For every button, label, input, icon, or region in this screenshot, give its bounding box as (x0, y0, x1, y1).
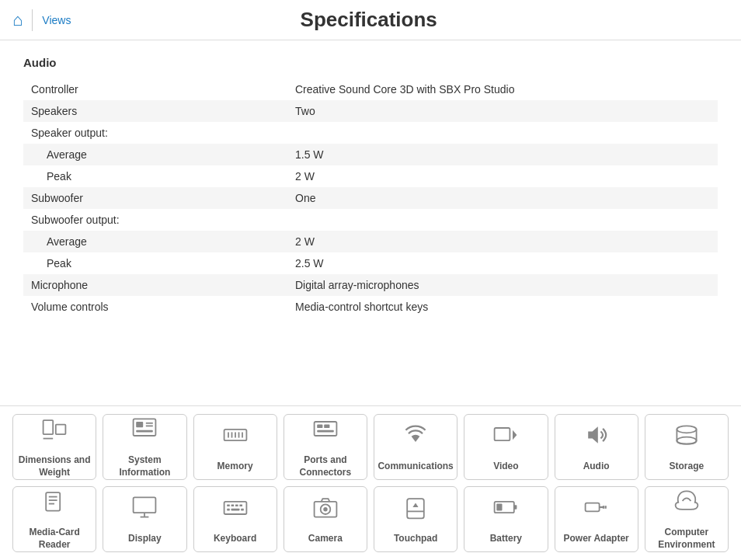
views-link[interactable]: Views (42, 14, 71, 26)
svg-point-40 (323, 507, 327, 511)
nav-label-dimensions: Dimensions and Weight (16, 454, 92, 478)
spec-value: Creative Sound Core 3D with SBX Pro Stud… (287, 78, 718, 100)
nav-item-video[interactable]: Video (464, 414, 548, 480)
media-card-icon (40, 487, 68, 522)
spec-label: Subwoofer (23, 187, 287, 209)
nav-item-memory[interactable]: Memory (193, 414, 277, 480)
svg-rect-4 (137, 422, 144, 427)
svg-rect-36 (231, 509, 239, 511)
spec-label: Average (23, 231, 287, 252)
nav-label-display: Display (128, 533, 162, 545)
table-row: Peak2 W (23, 165, 718, 187)
nav-label-media-card: Media-Card Reader (16, 527, 92, 551)
nav-item-computer-env[interactable]: Computer Environment (645, 486, 729, 552)
svg-rect-14 (314, 422, 336, 436)
svg-rect-35 (227, 509, 230, 511)
svg-rect-46 (585, 503, 599, 512)
spec-label: Speakers (23, 100, 287, 122)
table-row: SpeakersTwo (23, 100, 718, 122)
display-icon (130, 493, 158, 528)
spec-label: Controller (23, 78, 287, 100)
nav-item-communications[interactable]: Communications (374, 414, 457, 480)
nav-item-audio[interactable]: Audio (555, 414, 638, 480)
svg-rect-1 (56, 425, 66, 435)
nav-item-media-card[interactable]: Media-Card Reader (12, 486, 96, 552)
nav-item-system-info[interactable]: System Information (103, 414, 186, 480)
nav-item-battery[interactable]: Battery (464, 486, 548, 552)
nav-label-battery: Battery (490, 533, 522, 545)
table-row: ControllerCreative Sound Core 3D with SB… (23, 78, 718, 100)
video-icon (492, 421, 520, 456)
spec-label: Microphone (23, 274, 287, 296)
svg-rect-30 (224, 502, 246, 514)
svg-rect-44 (514, 506, 517, 510)
svg-rect-15 (317, 425, 322, 429)
svg-rect-37 (241, 509, 244, 511)
storage-icon (673, 421, 701, 456)
table-row: Average2 W (23, 231, 718, 252)
keyboard-icon (221, 493, 249, 528)
nav-item-touchpad[interactable]: Touchpad (374, 486, 457, 552)
spec-value: 2 W (287, 165, 718, 187)
nav-label-camera: Camera (308, 533, 343, 545)
svg-rect-18 (495, 428, 510, 440)
nav-item-storage[interactable]: Storage (645, 414, 729, 480)
nav-rows: Dimensions and WeightSystem InformationM… (12, 414, 729, 552)
ports-icon (311, 415, 339, 450)
svg-rect-27 (134, 498, 156, 513)
spec-value: Media-control shortcut keys (287, 296, 718, 318)
nav-item-ports[interactable]: Ports and Connectors (284, 414, 367, 480)
section-title: Audio (23, 56, 718, 69)
home-icon[interactable]: ⌂ (12, 10, 23, 30)
spec-value: Digital array-microphones (287, 274, 718, 296)
power-adapter-icon (583, 493, 611, 528)
table-row: Subwoofer output: (23, 209, 718, 231)
svg-marker-19 (513, 430, 517, 440)
svg-rect-41 (407, 499, 424, 518)
spec-label: Speaker output: (23, 122, 287, 144)
table-row: SubwooferOne (23, 187, 718, 209)
spec-label: Subwoofer output: (23, 209, 287, 231)
nav-label-keyboard: Keyboard (214, 533, 256, 545)
spec-value: One (287, 187, 718, 209)
spec-value: 2.5 W (287, 252, 718, 274)
nav-item-keyboard[interactable]: Keyboard (193, 486, 277, 552)
table-row: Speaker output: (23, 122, 718, 144)
table-row: Peak2.5 W (23, 252, 718, 274)
computer-env-icon (673, 487, 701, 522)
nav-item-dimensions[interactable]: Dimensions and Weight (12, 414, 96, 480)
nav-row-1: Dimensions and WeightSystem InformationM… (12, 414, 729, 480)
dimensions-icon (40, 415, 68, 450)
header: ⌂ Views Specifications (0, 0, 741, 40)
spec-label: Volume controls (23, 296, 287, 318)
page-title: Specifications (71, 8, 666, 32)
audio-icon (583, 421, 611, 456)
spec-value: 1.5 W (287, 144, 718, 165)
nav-item-display[interactable]: Display (103, 486, 186, 552)
nav-label-video: Video (493, 461, 518, 473)
svg-rect-23 (46, 493, 60, 511)
memory-icon (221, 421, 249, 456)
nav-item-camera[interactable]: Camera (284, 486, 367, 552)
spec-value (287, 122, 718, 144)
spec-value: Two (287, 100, 718, 122)
communications-icon (402, 421, 430, 456)
nav-label-communications: Communications (377, 461, 453, 473)
nav-label-power-adapter: Power Adapter (564, 533, 629, 545)
svg-marker-20 (588, 426, 598, 443)
spec-value (287, 209, 718, 231)
nav-label-touchpad: Touchpad (394, 533, 437, 545)
spec-label: Peak (23, 165, 287, 187)
header-divider (32, 9, 33, 31)
spec-table: ControllerCreative Sound Core 3D with SB… (23, 78, 718, 318)
touchpad-icon (402, 493, 430, 528)
svg-rect-32 (231, 505, 234, 507)
svg-rect-33 (235, 505, 238, 507)
main-content: Audio ControllerCreative Sound Core 3D w… (0, 40, 741, 333)
spec-value: 2 W (287, 231, 718, 252)
system-info-icon (130, 415, 158, 450)
svg-rect-34 (239, 505, 242, 507)
nav-label-ports: Ports and Connectors (287, 454, 364, 478)
nav-item-power-adapter[interactable]: Power Adapter (555, 486, 638, 552)
nav-label-audio: Audio (583, 461, 610, 473)
